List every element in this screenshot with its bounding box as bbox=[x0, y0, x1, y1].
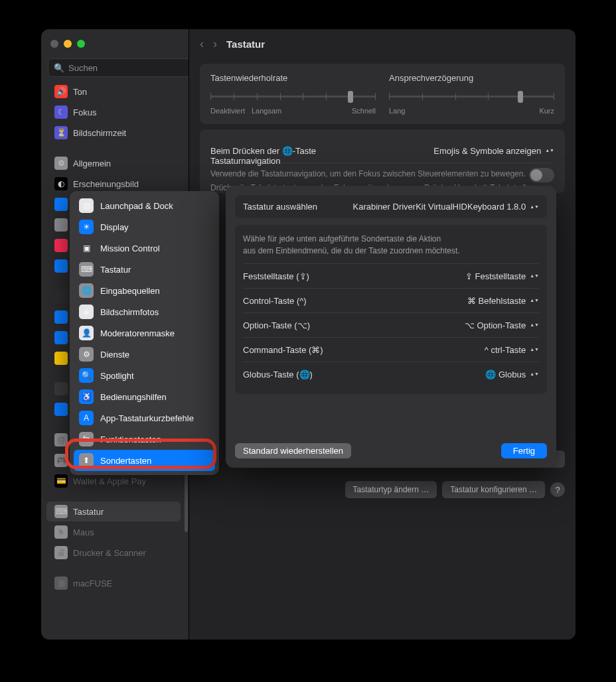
menu-item-label: App-Tastaturkurzbefehle bbox=[100, 413, 194, 423]
menu-item[interactable]: ⬆Sondertasten bbox=[74, 450, 215, 471]
sidebar-item-label: Bildschirmzeit bbox=[73, 128, 126, 138]
sidebar-item-icon bbox=[54, 290, 68, 303]
sidebar-item-label: Maus bbox=[73, 527, 94, 537]
modifier-key-label: Option-Taste (⌥) bbox=[243, 320, 310, 330]
modifier-key-row: Globus-Taste (🌐)🌐 Globus▲▼ bbox=[243, 362, 539, 386]
modifier-keys-sheet: Tastatur auswählen Karabiner DriverKit V… bbox=[226, 186, 556, 468]
help-button[interactable]: ? bbox=[550, 482, 565, 497]
sidebar-item[interactable]: 🖨Drucker & Scanner bbox=[46, 543, 181, 563]
keyboard-config-button[interactable]: Tastatur konfigurieren … bbox=[442, 481, 545, 498]
modifier-key-select[interactable]: ⌥ Option-Taste▲▼ bbox=[465, 320, 539, 330]
menu-item-icon: fn bbox=[79, 432, 94, 446]
sidebar-item-label: Fokus bbox=[73, 107, 96, 117]
menu-item-icon: ⌨ bbox=[79, 262, 94, 277]
menu-item[interactable]: ◉Bildschirmfotos bbox=[74, 301, 215, 322]
menu-item-icon: ◉ bbox=[79, 305, 94, 319]
delay-label: Ansprechverzögerung bbox=[389, 73, 554, 83]
menu-item-label: Launchpad & Dock bbox=[100, 201, 173, 211]
sidebar-item-icon: ⏳ bbox=[54, 126, 68, 139]
menu-item-icon: ▣ bbox=[79, 241, 94, 255]
chevron-updown-icon: ▲▼ bbox=[530, 372, 539, 376]
repeat-rate-slider[interactable] bbox=[210, 90, 376, 103]
menu-item[interactable]: 👤Moderatorenmaske bbox=[74, 322, 215, 344]
delay-slider[interactable] bbox=[389, 90, 554, 103]
nav-forward-icon[interactable]: › bbox=[213, 37, 217, 51]
modifier-key-label: Globus-Taste (🌐) bbox=[243, 370, 313, 379]
repeat-mid-label: Langsam bbox=[252, 107, 281, 115]
sidebar-item-icon: 💳 bbox=[54, 474, 68, 488]
menu-item-icon: ⬆ bbox=[79, 453, 94, 468]
sidebar-item-icon bbox=[54, 403, 68, 416]
modifier-key-select[interactable]: ⌘ Befehlstaste▲▼ bbox=[467, 296, 539, 306]
sidebar-item-label: Drucker & Scanner bbox=[73, 548, 146, 558]
menu-item[interactable]: ▦Launchpad & Dock bbox=[74, 195, 215, 216]
keyboard-type-button[interactable]: Tastaturtyp ändern … bbox=[345, 481, 437, 498]
sidebar-item-icon bbox=[54, 218, 68, 232]
menu-item[interactable]: 🌐Eingabequellen bbox=[74, 280, 215, 301]
delay-max-label: Kurz bbox=[539, 107, 554, 115]
done-button[interactable]: Fertig bbox=[501, 443, 547, 458]
menu-item[interactable]: ⚙Dienste bbox=[74, 344, 215, 365]
sidebar-item-icon: ⌨ bbox=[54, 505, 68, 518]
keyboard-select-dropdown[interactable]: Karabiner DriverKit VirtualHIDKeyboard 1… bbox=[353, 202, 539, 212]
modifier-key-select[interactable]: 🌐 Globus▲▼ bbox=[485, 370, 539, 379]
sidebar-item-label: macFUSE bbox=[73, 579, 112, 588]
sidebar-item-icon bbox=[54, 239, 68, 252]
menu-item-label: Bildschirmfotos bbox=[100, 307, 159, 317]
menu-item[interactable]: ♿Bedienungshilfen bbox=[74, 386, 215, 407]
nav-back-icon[interactable]: ‹ bbox=[200, 37, 204, 51]
sidebar-item[interactable]: ⏳Bildschirmzeit bbox=[46, 123, 181, 143]
chevron-updown-icon: ▲▼ bbox=[530, 205, 539, 209]
close-window-icon[interactable] bbox=[50, 40, 58, 48]
menu-item-label: Sondertasten bbox=[100, 456, 151, 466]
sidebar-item[interactable]: 🖱Maus bbox=[46, 522, 181, 542]
menu-item[interactable]: fnFunktionstasten bbox=[74, 429, 215, 450]
menu-item[interactable]: ☀Display bbox=[74, 216, 215, 238]
menu-item-label: Eingabequellen bbox=[100, 286, 160, 296]
keyboard-nav-desc-1: Verwende die Tastaturnavigation, um den … bbox=[210, 169, 529, 180]
menu-item-icon: 👤 bbox=[79, 326, 94, 340]
sidebar-item[interactable]: 🔊Ton bbox=[46, 82, 181, 102]
menu-item-icon: ☀ bbox=[79, 220, 94, 234]
sidebar-item[interactable]: ▦macFUSE bbox=[46, 573, 181, 593]
minimize-window-icon[interactable] bbox=[64, 40, 72, 48]
globe-key-value: Emojis & Symbole anzeigen bbox=[433, 146, 541, 156]
zoom-window-icon[interactable] bbox=[77, 40, 85, 48]
globe-key-select[interactable]: Emojis & Symbole anzeigen ▲▼ bbox=[433, 146, 554, 156]
modifier-key-select[interactable]: ⇪ Feststelltaste▲▼ bbox=[465, 271, 539, 281]
menu-item[interactable]: ▣Mission Control bbox=[74, 238, 215, 259]
page-title: Tastatur bbox=[226, 38, 265, 50]
menu-item-label: Mission Control bbox=[100, 243, 160, 253]
shortcuts-category-menu: ▦Launchpad & Dock☀Display▣Mission Contro… bbox=[70, 191, 219, 475]
repeat-rate-label: Tastenwiederholrate bbox=[210, 73, 376, 83]
search-placeholder: Suchen bbox=[68, 63, 98, 73]
modifier-key-select[interactable]: ^ ctrl-Taste▲▼ bbox=[485, 345, 539, 355]
modifier-key-value: ^ ctrl-Taste bbox=[485, 345, 526, 355]
sidebar-item-label: Erscheinungsbild bbox=[73, 179, 139, 189]
sheet-desc-2: aus dem Einblendmenü, die du der Taste z… bbox=[243, 245, 539, 257]
menu-item-label: Funktionstasten bbox=[100, 435, 161, 444]
sidebar-item-icon bbox=[54, 331, 68, 344]
sidebar-item[interactable]: ☾Fokus bbox=[46, 102, 181, 122]
search-icon: 🔍 bbox=[54, 63, 64, 73]
menu-item-label: Display bbox=[100, 222, 129, 232]
menu-item-icon: ▦ bbox=[79, 198, 94, 213]
sidebar-item[interactable]: ⌨Tastatur bbox=[46, 502, 181, 521]
menu-item-icon: A bbox=[79, 411, 94, 425]
menu-item[interactable]: 🔍Spotlight bbox=[74, 365, 215, 386]
menu-item[interactable]: AApp-Tastaturkurzbefehle bbox=[74, 407, 215, 429]
keyboard-select-label: Tastatur auswählen bbox=[243, 202, 317, 212]
sidebar-item-icon: 🎮 bbox=[54, 454, 68, 467]
restore-defaults-button[interactable]: Standard wiederherstellen bbox=[235, 443, 351, 458]
keyboard-select-value: Karabiner DriverKit VirtualHIDKeyboard 1… bbox=[353, 202, 526, 212]
sidebar-item[interactable]: ⚙Allgemein bbox=[46, 153, 181, 173]
chevron-updown-icon: ▲▼ bbox=[530, 274, 539, 278]
modifier-key-value: 🌐 Globus bbox=[485, 370, 526, 379]
sidebar-item-icon: ▦ bbox=[54, 577, 68, 590]
modifier-key-value: ⇪ Feststelltaste bbox=[465, 271, 526, 281]
sidebar-item-icon: 🖨 bbox=[54, 546, 68, 559]
keyboard-nav-toggle[interactable] bbox=[529, 168, 554, 182]
repeat-max-label: Schnell bbox=[352, 107, 376, 115]
sidebar-item-label: Wallet & Apple Pay bbox=[73, 476, 146, 486]
menu-item[interactable]: ⌨Tastatur bbox=[74, 259, 215, 280]
